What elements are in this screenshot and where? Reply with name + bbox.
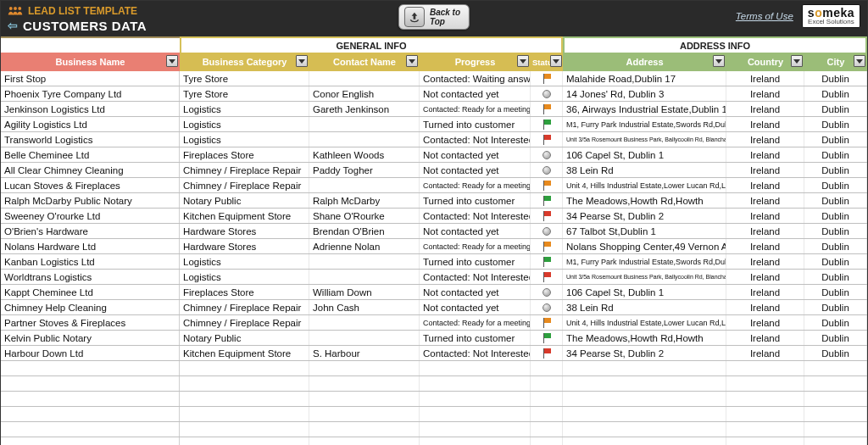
cell-progress[interactable]: Not contacted yet bbox=[420, 163, 531, 177]
cell-country[interactable]: Ireland bbox=[726, 315, 804, 330]
table-row[interactable]: Kanban Logistics LtdLogisticsTurned into… bbox=[1, 254, 867, 270]
cell-category[interactable]: Chimney / Fireplace Repair bbox=[180, 163, 309, 177]
cell-status[interactable] bbox=[531, 285, 563, 299]
table-row[interactable]: O'Brien's HardwareHardware StoresBrendan… bbox=[1, 224, 867, 239]
cell-city[interactable]: Dublin bbox=[804, 193, 867, 208]
filter-dropdown[interactable] bbox=[713, 55, 725, 67]
cell-city[interactable]: Dublin bbox=[804, 178, 867, 192]
cell-category[interactable]: Fireplaces Store bbox=[180, 285, 309, 299]
cell-address[interactable]: 38 Lein Rd bbox=[563, 163, 726, 177]
cell-city[interactable]: Dublin bbox=[804, 147, 867, 162]
cell-status[interactable] bbox=[531, 254, 563, 269]
table-row[interactable]: Phoenix Tyre Company LtdTyre StoreConor … bbox=[1, 86, 867, 102]
cell-business[interactable]: Jenkinson Logistics Ltd bbox=[1, 102, 180, 116]
cell-status[interactable] bbox=[531, 315, 563, 330]
cell-city[interactable]: Dublin bbox=[804, 209, 867, 223]
cell-city[interactable]: Dublin bbox=[804, 300, 867, 314]
cell-status[interactable] bbox=[531, 300, 563, 314]
cell-country[interactable]: Ireland bbox=[726, 193, 804, 208]
cell-address[interactable]: Nolans Shopping Center,49 Vernon Ave bbox=[563, 239, 726, 253]
cell-city[interactable]: Dublin bbox=[804, 224, 867, 238]
cell-country[interactable]: Ireland bbox=[726, 239, 804, 253]
cell-contact[interactable] bbox=[309, 331, 420, 345]
filter-dropdown[interactable] bbox=[166, 55, 178, 67]
cell-city[interactable]: Dublin bbox=[804, 285, 867, 299]
cell-business[interactable]: Agility Logistics Ltd bbox=[1, 117, 180, 131]
cell-business[interactable]: Ralph McDarby Public Notary bbox=[1, 193, 180, 208]
cell-city[interactable]: Dublin bbox=[804, 239, 867, 253]
table-row[interactable]: Sweeney O'rourke LtdKitchen Equipment St… bbox=[1, 209, 867, 224]
filter-dropdown[interactable] bbox=[854, 55, 865, 67]
cell-status[interactable] bbox=[531, 102, 563, 116]
table-row[interactable]: Ralph McDarby Public NotaryNotary Public… bbox=[1, 193, 867, 209]
cell-category[interactable]: Logistics bbox=[180, 102, 309, 116]
cell-city[interactable]: Dublin bbox=[804, 346, 867, 360]
cell-category[interactable]: Tyre Store bbox=[180, 86, 309, 101]
table-row[interactable]: Kelvin Public NotaryNotary PublicTurned … bbox=[1, 331, 867, 346]
cell-contact[interactable]: Brendan O'Brien bbox=[309, 224, 420, 238]
cell-address[interactable]: 67 Talbot St,Dublin 1 bbox=[563, 224, 726, 238]
cell-progress[interactable]: Contacted: Ready for a meeting bbox=[420, 102, 531, 116]
cell-progress[interactable]: Contacted: Not Interested bbox=[420, 270, 531, 284]
cell-status[interactable] bbox=[531, 193, 563, 208]
cell-city[interactable]: Dublin bbox=[804, 117, 867, 131]
cell-address[interactable]: M1, Furry Park Industrial Estate,Swords … bbox=[563, 117, 726, 131]
cell-business[interactable]: Partner Stoves & Fireplaces bbox=[1, 315, 180, 330]
cell-city[interactable]: Dublin bbox=[804, 315, 867, 330]
cell-status[interactable] bbox=[531, 224, 563, 238]
cell-category[interactable]: Logistics bbox=[180, 117, 309, 131]
filter-dropdown[interactable] bbox=[791, 55, 803, 67]
cell-business[interactable]: Lucan Stoves & Fireplaces bbox=[1, 178, 180, 192]
table-row[interactable]: Worldtrans LogisticsLogisticsContacted: … bbox=[1, 270, 867, 285]
cell-business[interactable]: Phoenix Tyre Company Ltd bbox=[1, 86, 180, 101]
table-row[interactable]: First StopTyre StoreContacted: Waiting a… bbox=[1, 71, 867, 86]
cell-contact[interactable] bbox=[309, 270, 420, 284]
table-row[interactable]: Nolans Hardware LtdHardware StoresAdrien… bbox=[1, 239, 867, 254]
cell-address[interactable]: 14 Jones' Rd, Dublin 3 bbox=[563, 86, 726, 101]
cell-progress[interactable]: Not contacted yet bbox=[420, 285, 531, 299]
cell-contact[interactable] bbox=[309, 117, 420, 131]
table-row-empty[interactable] bbox=[1, 376, 867, 392]
cell-country[interactable]: Ireland bbox=[726, 270, 804, 284]
table-row[interactable]: Harbour Down LtdKitchen Equipment StoreS… bbox=[1, 346, 867, 361]
table-row-empty[interactable] bbox=[1, 407, 867, 422]
cell-business[interactable]: Kappt Cheminee Ltd bbox=[1, 285, 180, 299]
cell-business[interactable]: Nolans Hardware Ltd bbox=[1, 239, 180, 253]
cell-address[interactable]: Unit 3/5a Rosemount Business Park, Bally… bbox=[563, 132, 726, 147]
table-row[interactable]: Belle Cheminee LtdFireplaces StoreKathle… bbox=[1, 147, 867, 163]
cell-category[interactable]: Notary Public bbox=[180, 193, 309, 208]
cell-city[interactable]: Dublin bbox=[804, 132, 867, 147]
cell-status[interactable] bbox=[531, 209, 563, 223]
cell-country[interactable]: Ireland bbox=[726, 102, 804, 116]
back-arrow-icon[interactable]: ⇦ bbox=[8, 19, 18, 32]
cell-status[interactable] bbox=[531, 86, 563, 101]
cell-progress[interactable]: Contacted: Not Interested bbox=[420, 132, 531, 147]
cell-progress[interactable]: Not contacted yet bbox=[420, 300, 531, 314]
cell-address[interactable]: The Meadows,Howth Rd,Howth bbox=[563, 193, 726, 208]
cell-status[interactable] bbox=[531, 71, 563, 86]
cell-city[interactable]: Dublin bbox=[804, 102, 867, 116]
cell-city[interactable]: Dublin bbox=[804, 71, 867, 86]
cell-business[interactable]: Sweeney O'rourke Ltd bbox=[1, 209, 180, 223]
table-row-empty[interactable] bbox=[1, 392, 867, 407]
table-row[interactable]: Partner Stoves & FireplacesChimney / Fir… bbox=[1, 315, 867, 331]
filter-dropdown[interactable] bbox=[296, 55, 308, 67]
cell-progress[interactable]: Not contacted yet bbox=[420, 86, 531, 101]
cell-progress[interactable]: Turned into customer bbox=[420, 331, 531, 345]
cell-contact[interactable]: Adrienne Nolan bbox=[309, 239, 420, 253]
table-row[interactable]: Chimney Help CleaningChimney / Fireplace… bbox=[1, 300, 867, 315]
back-to-top-button[interactable]: Back to Top bbox=[398, 4, 470, 30]
filter-dropdown[interactable] bbox=[406, 55, 418, 67]
cell-contact[interactable]: S. Harbour bbox=[309, 346, 420, 360]
cell-address[interactable]: Unit 3/5a Rosemount Business Park, Bally… bbox=[563, 270, 726, 284]
cell-address[interactable]: M1, Furry Park Industrial Estate,Swords … bbox=[563, 254, 726, 269]
cell-progress[interactable]: Turned into customer bbox=[420, 193, 531, 208]
cell-contact[interactable] bbox=[309, 178, 420, 192]
cell-status[interactable] bbox=[531, 270, 563, 284]
cell-business[interactable]: Kanban Logistics Ltd bbox=[1, 254, 180, 269]
cell-city[interactable]: Dublin bbox=[804, 163, 867, 177]
cell-progress[interactable]: Contacted: Ready for a meeting bbox=[420, 239, 531, 253]
cell-country[interactable]: Ireland bbox=[726, 285, 804, 299]
cell-category[interactable]: Hardware Stores bbox=[180, 239, 309, 253]
cell-business[interactable]: Transworld Logistics bbox=[1, 132, 180, 147]
